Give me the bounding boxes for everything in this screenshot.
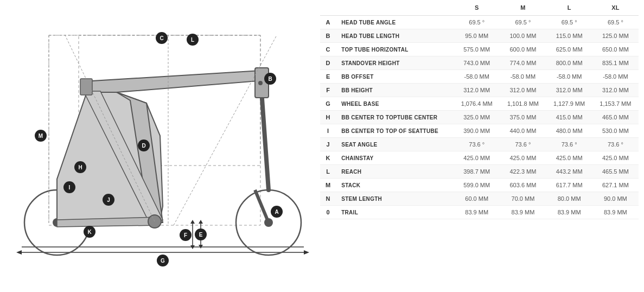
row-l: 480.0 MM bbox=[546, 124, 592, 138]
row-xl: 627.1 MM bbox=[592, 179, 639, 192]
row-id: 0 bbox=[320, 206, 336, 219]
row-s: 1,076.4 MM bbox=[454, 97, 500, 111]
row-label: BB HEIGHT bbox=[336, 84, 454, 97]
row-label: BB CENTER TO TOPTUBE CENTER bbox=[336, 111, 454, 124]
row-xl: 69.5 ° bbox=[592, 16, 639, 29]
svg-text:B: B bbox=[268, 76, 272, 82]
row-m: 440.0 MM bbox=[500, 124, 546, 138]
row-id: M bbox=[320, 179, 336, 192]
row-m: 70.0 MM bbox=[500, 192, 546, 206]
table-row: I BB CENTER TO TOP OF SEATTUBE 390.0 MM … bbox=[320, 124, 639, 138]
table-row: A HEAD TUBE ANGLE 69.5 ° 69.5 ° 69.5 ° 6… bbox=[320, 16, 639, 29]
row-l: 83.9 MM bbox=[546, 206, 592, 219]
row-m: 1,101.8 MM bbox=[500, 97, 546, 111]
row-m: -58.0 MM bbox=[500, 70, 546, 84]
table-row: F BB HEIGHT 312.0 MM 312.0 MM 312.0 MM 3… bbox=[320, 84, 639, 97]
row-id: H bbox=[320, 111, 336, 124]
row-m: 603.6 MM bbox=[500, 179, 546, 192]
row-label: HEAD TUBE LENGTH bbox=[336, 29, 454, 43]
table-row: 0 TRAIL 83.9 MM 83.9 MM 83.9 MM 83.9 MM bbox=[320, 206, 639, 219]
row-xl: 83.9 MM bbox=[592, 206, 639, 219]
svg-line-23 bbox=[174, 35, 277, 225]
row-xl: -58.0 MM bbox=[592, 70, 639, 84]
row-s: 390.0 MM bbox=[454, 124, 500, 138]
table-row: B HEAD TUBE LENGTH 95.0 MM 100.0 MM 115.… bbox=[320, 29, 639, 43]
row-m: 73.6 ° bbox=[500, 138, 546, 151]
table-row: M STACK 599.0 MM 603.6 MM 617.7 MM 627.1… bbox=[320, 179, 639, 192]
svg-text:F: F bbox=[184, 232, 187, 238]
row-m: 422.3 MM bbox=[500, 165, 546, 179]
svg-text:G: G bbox=[161, 258, 165, 264]
row-label: TOP TUBE HORIZONTAL bbox=[336, 43, 454, 56]
row-s: 95.0 MM bbox=[454, 29, 500, 43]
col-s: S bbox=[454, 0, 500, 16]
svg-rect-18 bbox=[80, 79, 92, 95]
row-xl: 465.0 MM bbox=[592, 111, 639, 124]
col-l: L bbox=[546, 0, 592, 16]
row-l: 800.0 MM bbox=[546, 56, 592, 70]
row-xl: 650.0 MM bbox=[592, 43, 639, 56]
row-m: 425.0 MM bbox=[500, 151, 546, 165]
row-id: D bbox=[320, 56, 336, 70]
row-s: 325.0 MM bbox=[454, 111, 500, 124]
row-label: SEAT ANGLE bbox=[336, 138, 454, 151]
row-s: 425.0 MM bbox=[454, 151, 500, 165]
row-m: 312.0 MM bbox=[500, 84, 546, 97]
row-s: 83.9 MM bbox=[454, 206, 500, 219]
row-s: 73.6 ° bbox=[454, 138, 500, 151]
svg-text:A: A bbox=[275, 209, 278, 215]
row-id: G bbox=[320, 97, 336, 111]
row-label: STEM LENGTH bbox=[336, 192, 454, 206]
row-id: I bbox=[320, 124, 336, 138]
row-m: 69.5 ° bbox=[500, 16, 546, 29]
row-l: 69.5 ° bbox=[546, 16, 592, 29]
row-xl: 125.0 MM bbox=[592, 29, 639, 43]
svg-text:I: I bbox=[69, 185, 71, 191]
row-l: -58.0 MM bbox=[546, 70, 592, 84]
row-m: 100.0 MM bbox=[500, 29, 546, 43]
row-l: 625.0 MM bbox=[546, 43, 592, 56]
row-l: 425.0 MM bbox=[546, 151, 592, 165]
table-header-row: S M L XL bbox=[320, 0, 639, 16]
svg-marker-5 bbox=[304, 250, 309, 255]
row-l: 617.7 MM bbox=[546, 179, 592, 192]
row-xl: 835.1 MM bbox=[592, 56, 639, 70]
row-id: A bbox=[320, 16, 336, 29]
row-id: K bbox=[320, 151, 336, 165]
row-id: N bbox=[320, 192, 336, 206]
row-label: CHAINSTAY bbox=[336, 151, 454, 165]
col-label bbox=[336, 0, 454, 16]
row-l: 73.6 ° bbox=[546, 138, 592, 151]
row-id: B bbox=[320, 29, 336, 43]
table-row: D STANDOVER HEIGHT 743.0 MM 774.0 MM 800… bbox=[320, 56, 639, 70]
col-xl: XL bbox=[592, 0, 639, 16]
table-row: G WHEEL BASE 1,076.4 MM 1,101.8 MM 1,127… bbox=[320, 97, 639, 111]
row-xl: 425.0 MM bbox=[592, 151, 639, 165]
row-m: 600.0 MM bbox=[500, 43, 546, 56]
svg-marker-11 bbox=[84, 71, 266, 92]
row-label: BB OFFSET bbox=[336, 70, 454, 84]
row-id: L bbox=[320, 165, 336, 179]
svg-text:L: L bbox=[191, 37, 194, 43]
table-row: C TOP TUBE HORIZONTAL 575.0 MM 600.0 MM … bbox=[320, 43, 639, 56]
row-l: 115.0 MM bbox=[546, 29, 592, 43]
row-s: 69.5 ° bbox=[454, 16, 500, 29]
row-xl: 465.5 MM bbox=[592, 165, 639, 179]
row-xl: 1,153.7 MM bbox=[592, 97, 639, 111]
measurements-table-panel: S M L XL A HEAD TUBE ANGLE 69.5 ° 69.5 °… bbox=[315, 0, 644, 292]
row-label: HEAD TUBE ANGLE bbox=[336, 16, 454, 29]
row-label: TRAIL bbox=[336, 206, 454, 219]
row-xl: 530.0 MM bbox=[592, 124, 639, 138]
table-row: K CHAINSTAY 425.0 MM 425.0 MM 425.0 MM 4… bbox=[320, 151, 639, 165]
col-id bbox=[320, 0, 336, 16]
row-m: 375.0 MM bbox=[500, 111, 546, 124]
row-id: C bbox=[320, 43, 336, 56]
svg-line-16 bbox=[255, 190, 269, 223]
svg-text:M: M bbox=[39, 133, 43, 139]
row-l: 415.0 MM bbox=[546, 111, 592, 124]
row-m: 83.9 MM bbox=[500, 206, 546, 219]
row-l: 312.0 MM bbox=[546, 84, 592, 97]
svg-text:C: C bbox=[160, 35, 163, 41]
svg-text:K: K bbox=[87, 229, 92, 235]
bike-diagram-panel: A B C D E F G H I J K L bbox=[0, 0, 315, 292]
